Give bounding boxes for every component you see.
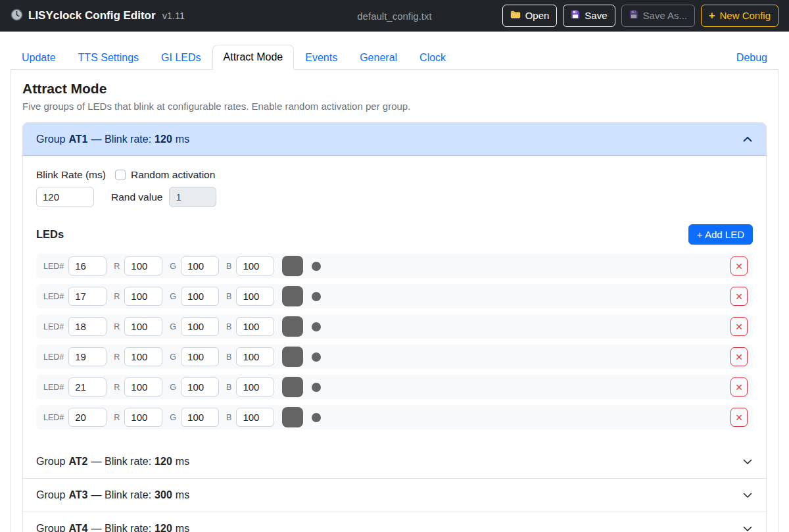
delete-led-button[interactable]: ✕ (730, 317, 748, 336)
green-input[interactable] (181, 377, 219, 397)
new-config-button[interactable]: + New Config (701, 5, 778, 27)
led-number-label: LED# (43, 352, 64, 362)
tab-bar: Update TTS Settings GI LEDs Attract Mode… (0, 32, 789, 70)
blue-input[interactable] (236, 347, 274, 366)
blue-label: B (226, 262, 231, 271)
random-activation-label: Random activation (131, 169, 215, 181)
green-input[interactable] (181, 347, 219, 366)
led-number-input[interactable] (68, 377, 107, 397)
close-icon: ✕ (735, 412, 743, 423)
led-row: LED# R G B ✕ (36, 254, 753, 278)
led-number-label: LED# (43, 292, 64, 301)
app-title: LISYclock Config Editor (28, 9, 156, 22)
delete-led-button[interactable]: ✕ (730, 256, 748, 276)
group-header-at2[interactable]: Group AT2 — Blink rate: 120 ms (23, 445, 766, 478)
green-input[interactable] (181, 287, 219, 306)
plus-icon: + (709, 9, 715, 23)
led-color-swatch[interactable] (282, 407, 303, 427)
green-input[interactable] (181, 408, 219, 427)
tab-clock[interactable]: Clock (408, 45, 457, 70)
blue-input[interactable] (236, 256, 274, 276)
app-version: v1.11 (162, 11, 185, 21)
red-input[interactable] (124, 408, 162, 427)
led-number-input[interactable] (68, 317, 107, 336)
tab-events[interactable]: Events (294, 45, 348, 70)
group-header-at4[interactable]: Group AT4 — Blink rate: 120 ms (23, 512, 766, 532)
green-label: G (170, 352, 176, 362)
blue-input[interactable] (236, 287, 274, 306)
led-color-swatch[interactable] (282, 256, 303, 276)
group-rate: 300 (155, 489, 172, 501)
led-number-input[interactable] (68, 347, 107, 366)
led-color-swatch[interactable] (282, 347, 303, 367)
green-label: G (170, 292, 176, 301)
blink-rate-label: Blink Rate (ms) (36, 169, 106, 181)
blue-label: B (226, 413, 231, 422)
led-color-swatch[interactable] (282, 377, 303, 397)
group-name: AT1 (68, 133, 87, 145)
led-number-input[interactable] (68, 256, 107, 276)
page-title: Attract Mode (22, 81, 767, 97)
red-label: R (114, 383, 120, 392)
led-color-swatch[interactable] (282, 316, 303, 337)
delete-led-button[interactable]: ✕ (730, 408, 748, 427)
group-header-label: Group AT2 — Blink rate: 120 ms (36, 456, 189, 468)
green-input[interactable] (181, 256, 219, 276)
tab-debug[interactable]: Debug (725, 45, 778, 70)
delete-led-button[interactable]: ✕ (730, 287, 748, 306)
add-led-button[interactable]: + Add LED (688, 224, 753, 245)
red-input[interactable] (124, 377, 162, 397)
red-input[interactable] (124, 256, 162, 276)
page-subtitle: Five groups of LEDs that blink at config… (22, 101, 767, 112)
floppy-icon (629, 9, 638, 22)
red-label: R (114, 292, 120, 301)
delete-led-button[interactable]: ✕ (730, 347, 748, 366)
led-row: LED# R G B ✕ (36, 314, 753, 339)
led-number-label: LED# (43, 262, 64, 271)
tab-update[interactable]: Update (11, 45, 67, 70)
group-header-at1[interactable]: Group AT1 — Blink rate: 120 ms (23, 123, 766, 156)
blue-input[interactable] (236, 408, 274, 427)
led-row: LED# R G B ✕ (36, 405, 753, 429)
blink-rate-input[interactable] (36, 187, 94, 207)
led-number-input[interactable] (68, 408, 107, 427)
tab-gi-leds[interactable]: GI LEDs (150, 45, 212, 70)
blue-input[interactable] (236, 377, 274, 397)
led-color-dot (312, 322, 321, 331)
red-input[interactable] (124, 347, 162, 366)
group-name: AT4 (68, 523, 87, 532)
led-color-dot (312, 352, 321, 362)
floppy-icon (571, 9, 580, 22)
leds-heading: LEDs (36, 228, 64, 241)
close-icon: ✕ (735, 322, 743, 332)
tab-general[interactable]: General (348, 45, 408, 70)
tab-attract-mode[interactable]: Attract Mode (212, 45, 295, 70)
red-input[interactable] (124, 287, 162, 306)
delete-led-button[interactable]: ✕ (730, 377, 748, 397)
led-color-swatch[interactable] (282, 286, 303, 306)
group-rate: 120 (155, 523, 172, 532)
blue-input[interactable] (236, 317, 274, 336)
open-button-label: Open (525, 9, 550, 22)
random-activation-checkbox[interactable] (115, 170, 126, 180)
open-button[interactable]: Open (502, 5, 558, 27)
save-as-button[interactable]: Save As... (621, 5, 696, 27)
red-label: R (114, 413, 120, 422)
save-button[interactable]: Save (563, 5, 615, 27)
rand-value-input (169, 187, 216, 207)
led-row: LED# R G B ✕ (36, 345, 753, 369)
led-number-input[interactable] (68, 287, 107, 306)
red-label: R (114, 322, 120, 331)
led-color-dot (312, 413, 321, 422)
tab-content-panel: Attract Mode Five groups of LEDs that bl… (11, 70, 778, 532)
green-label: G (170, 322, 176, 331)
red-input[interactable] (124, 317, 162, 336)
green-input[interactable] (181, 317, 219, 336)
close-icon: ✕ (735, 382, 743, 393)
group-name: AT2 (68, 456, 87, 468)
navbar-actions: Open Save Save A (502, 5, 778, 27)
chevron-down-icon (742, 456, 753, 467)
led-row: LED# R G B ✕ (36, 284, 753, 308)
group-header-at3[interactable]: Group AT3 — Blink rate: 300 ms (23, 478, 766, 512)
tab-tts-settings[interactable]: TTS Settings (67, 45, 150, 70)
